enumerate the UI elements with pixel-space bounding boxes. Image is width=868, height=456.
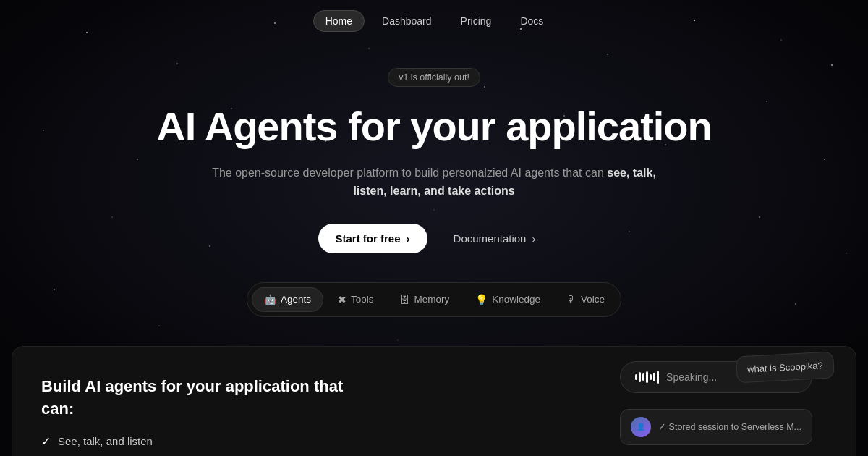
nav-dashboard[interactable]: Dashboard [370,11,443,31]
arrow-right-icon: › [407,232,410,245]
start-free-button[interactable]: Start for free › [318,224,427,253]
tab-memory[interactable]: 🗄 Memory [388,287,461,312]
session-text: ✓ Stored session to Serverless M... [658,421,801,432]
bar-4 [646,371,648,383]
version-badge: v1 is officially out! [388,68,480,87]
audio-bars [635,371,659,384]
session-widget: 👤 ✓ Stored session to Serverless M... [620,409,812,445]
bar-6 [653,373,655,381]
hero-title: AI Agents for your application [14,104,854,149]
check-icon-1: ✓ [41,434,51,448]
lower-left-content: Build AI agents for your application tha… [41,376,345,456]
tab-agents[interactable]: 🤖 Agents [252,287,323,312]
bar-7 [657,371,659,384]
knowledge-icon: 💡 [475,294,488,305]
voice-icon: 🎙 [566,294,576,305]
agents-icon: 🤖 [264,294,276,305]
nav-home[interactable]: Home [313,10,365,32]
bar-3 [642,373,644,381]
tools-icon: ✖ [338,294,346,305]
feature-item-1: ✓ See, talk, and listen [41,434,345,448]
subtitle-text: The open-source developer platform to bu… [212,166,607,179]
feature-tabs: 🤖 Agents ✖ Tools 🗄 Memory 💡 Knowledge 🎙 … [247,282,621,317]
lower-title: Build AI agents for your application tha… [41,376,345,421]
hero-subtitle: The open-source developer platform to bu… [203,164,665,200]
nav-pricing[interactable]: Pricing [449,11,503,31]
bar-1 [635,374,637,380]
bar-5 [650,374,652,380]
tab-voice[interactable]: 🎙 Voice [555,287,616,312]
ui-preview: Speaking... 👤 ✓ Stored session to Server… [620,361,812,445]
speaking-text: Speaking... [666,371,717,383]
hero-section: v1 is officially out! AI Agents for your… [0,39,868,339]
tab-knowledge[interactable]: 💡 Knowledge [464,287,552,312]
documentation-button[interactable]: Documentation › [439,224,550,253]
bar-2 [639,372,641,382]
svg-point-30 [397,339,399,341]
cta-buttons: Start for free › Documentation › [14,224,854,253]
tab-tools[interactable]: ✖ Tools [326,287,386,312]
tooltip-widget: what is Scoopika? [736,351,835,383]
feature-list: ✓ See, talk, and listen ✓ Take actions a… [41,434,345,456]
navbar: Home Dashboard Pricing Docs [0,0,868,39]
memory-icon: 🗄 [399,294,409,305]
nav-docs[interactable]: Docs [509,11,555,31]
avatar: 👤 [631,417,651,437]
lower-section: Build AI agents for your application tha… [12,346,856,456]
arrow-right-icon-2: › [532,232,535,245]
tooltip-text: what is Scoopika? [747,360,823,374]
